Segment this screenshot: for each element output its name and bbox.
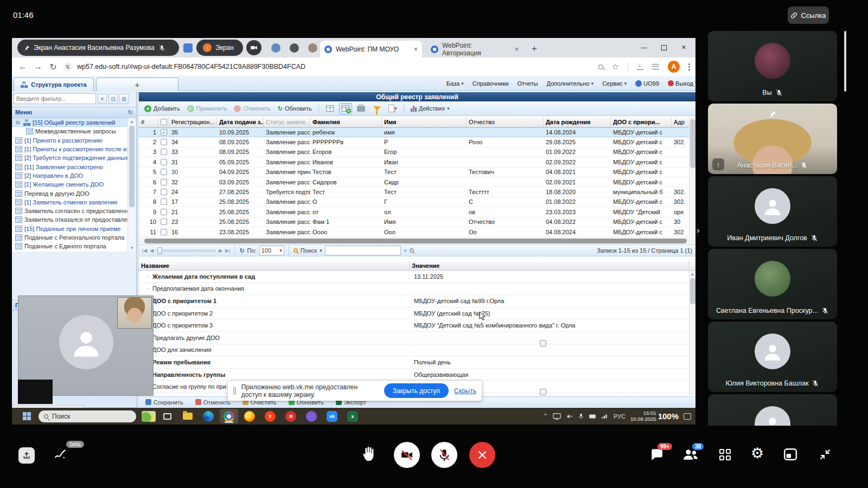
mic-off-button[interactable] xyxy=(431,442,457,468)
cancel-button[interactable]: Отменить xyxy=(232,104,272,113)
column-header[interactable]: ДОО с приори... xyxy=(611,117,672,127)
participant-tile[interactable]: ↑Анастасия Васил... xyxy=(708,104,837,174)
row-checkbox[interactable] xyxy=(161,179,167,185)
camera-off-button[interactable] xyxy=(394,442,420,468)
scroll-down-icon[interactable]: ▼ xyxy=(128,246,136,251)
browser-tab-active[interactable]: WebPoint: ПМ МОУО × xyxy=(320,41,422,57)
sidebar-item[interactable]: [1] Желающие сменить ДОО xyxy=(12,180,128,189)
row-checkbox[interactable] xyxy=(161,159,167,165)
site-info-icon[interactable]: ⇅ xyxy=(63,62,73,72)
widgets-icon[interactable] xyxy=(142,411,156,422)
layout-grid-button[interactable] xyxy=(719,449,731,460)
sidebar-item[interactable]: [1] Приняты к рассмотрению после изм xyxy=(12,145,128,153)
scroll-up-icon[interactable]: ▲ xyxy=(690,272,695,277)
language-indicator[interactable]: РУС xyxy=(614,413,626,420)
sidebar-item[interactable]: [15] Поданные при личном приеме xyxy=(12,224,128,233)
table-row[interactable]: 1✓3510.09.2025Заявление рассмребенокимя1… xyxy=(139,127,695,137)
row-checkbox[interactable] xyxy=(161,169,167,175)
new-tab-button[interactable]: + xyxy=(532,43,537,54)
row-checkbox[interactable] xyxy=(161,149,167,155)
reload-icon[interactable]: ↻ xyxy=(46,62,61,72)
sidebar-item[interactable]: Поданные с Регионального портала xyxy=(12,233,128,242)
detail-row[interactable]: –Направленность группыОбщеразвивающая xyxy=(139,369,689,381)
bookmark-star-icon[interactable]: ☆ xyxy=(612,62,619,72)
extension-icon[interactable] xyxy=(290,43,299,53)
participants-button[interactable]: 38 xyxy=(682,447,699,464)
exit-button[interactable]: Выход xyxy=(668,80,693,87)
next-page-icon[interactable]: ▶ xyxy=(219,248,222,253)
column-header[interactable]: Регистрацион... xyxy=(169,117,217,127)
collapse-tree-icon[interactable]: ⊟ xyxy=(108,94,118,104)
menubar-item[interactable]: Дополнительно▾ xyxy=(546,80,593,87)
draw-tool-button[interactable] xyxy=(53,447,67,464)
menubar-item[interactable]: Сервис▾ xyxy=(602,80,627,87)
table-row[interactable]: 43105.09.2025Заявление рассмИвановИван02… xyxy=(139,157,695,167)
task-view-icon[interactable] xyxy=(158,409,176,423)
table-row[interactable]: 33308.09.2025Заявление рассмЕгоровЕгор01… xyxy=(139,147,695,157)
profile-avatar[interactable]: A xyxy=(668,61,680,73)
export-button[interactable]: ▾ xyxy=(386,103,399,114)
forward-icon[interactable]: → xyxy=(30,62,46,72)
row-checkbox[interactable] xyxy=(161,209,167,215)
url-text[interactable]: wp57.edu-soft.ru/#wp-ui-default:FB064780… xyxy=(77,63,305,70)
scroll-thumb[interactable] xyxy=(129,126,135,207)
sidebar-item[interactable]: [1] Заявитель отменил заявление xyxy=(12,198,128,207)
detail-row[interactable]: –ДОО с приоритетом 1МБДОУ-детский сад №9… xyxy=(139,295,689,307)
view-detail-button[interactable]: + xyxy=(339,103,352,114)
screen-tab-pill[interactable]: ↑ Экран xyxy=(196,40,243,56)
user-menu[interactable]: UO99 xyxy=(635,80,659,87)
mic-tray-icon[interactable] xyxy=(578,413,584,420)
table-row[interactable]: 53004.09.2025Заявление приняТестовТестТе… xyxy=(139,168,695,177)
chat-button[interactable]: 99+ xyxy=(649,447,664,464)
notification-center-icon[interactable] xyxy=(684,413,691,420)
extension-icon[interactable] xyxy=(183,43,193,53)
sidebar-item[interactable]: Межведомственные запросы xyxy=(12,127,128,136)
expand-panel-chevron[interactable]: › xyxy=(697,225,700,236)
browser-menu-icon[interactable] xyxy=(688,66,690,68)
taskbar-search[interactable]: Поиск xyxy=(39,410,136,422)
grid-search-input[interactable] xyxy=(325,246,401,255)
grid-vertical-scrollbar[interactable] xyxy=(689,117,695,237)
table-row[interactable]: 111623.08.2025Заявление рассмОоооОооОо04… xyxy=(139,227,695,237)
hide-notification-link[interactable]: Скрыть xyxy=(454,387,476,395)
row-checkbox[interactable] xyxy=(161,139,167,145)
filter-button[interactable] xyxy=(371,103,384,114)
start-button[interactable] xyxy=(23,412,31,420)
sidebar-item[interactable]: Заявитель отказался от предоставленн xyxy=(12,215,128,224)
detail-row[interactable]: –Предлагать другие ДОО xyxy=(139,332,689,344)
screen-share-overlay-pill[interactable]: Экран Анастасия Васильевна Разумова xyxy=(17,40,179,56)
detail-checkbox[interactable] xyxy=(540,340,546,346)
search-menu-label[interactable]: Поиск xyxy=(301,247,317,254)
back-icon[interactable]: ← xyxy=(15,62,30,72)
downloads-icon[interactable] xyxy=(637,63,643,70)
column-header[interactable]: Статус заявле... xyxy=(264,117,310,127)
refresh-menu-icon[interactable]: ↻ xyxy=(128,109,133,116)
pager-refresh-icon[interactable]: ↻ xyxy=(239,247,244,254)
actions-button[interactable]: Действия▾ xyxy=(409,104,452,113)
detail-row[interactable]: –Режим пребыванияПолный день xyxy=(139,356,689,369)
detail-row[interactable]: –ДОО с приоритетом 2МБДОУ (детский сад №… xyxy=(139,307,689,320)
storage-icon[interactable] xyxy=(589,413,596,420)
last-page-icon[interactable]: ▶| xyxy=(225,248,230,253)
table-row[interactable]: 92125.08.2025Заявление рассмотолов23.03.… xyxy=(139,207,695,217)
tab-close-icon[interactable]: × xyxy=(514,45,519,53)
pip-button[interactable] xyxy=(783,448,797,463)
window-minimize-button[interactable] xyxy=(641,43,647,48)
sidebar-item[interactable]: [11] Заявление рассмотрено xyxy=(12,162,128,171)
clip-icon[interactable] xyxy=(302,409,321,423)
detail-checkbox[interactable] xyxy=(540,389,546,395)
clear-filter-icon[interactable]: × xyxy=(98,94,107,104)
row-checkbox[interactable] xyxy=(161,198,167,205)
detail-row[interactable]: –ДОО для зачисления xyxy=(139,344,689,357)
tab-project-structure[interactable]: Структура проекта xyxy=(14,78,94,91)
chrome-icon[interactable] xyxy=(220,409,238,423)
raise-hand-button[interactable] xyxy=(360,445,376,465)
add-button[interactable]: + Добавить xyxy=(142,104,182,113)
table-row[interactable]: 23408.09.2025Заявление рассмРРРРРРРвРРоо… xyxy=(139,137,695,147)
collapse-node-icon[interactable]: ⊟ xyxy=(16,120,21,125)
expand-tree-icon[interactable]: ⊞ xyxy=(119,94,129,104)
cast-icon[interactable] xyxy=(553,413,561,420)
participant-tile[interactable]: Светлана Евгеньевна Проскур... xyxy=(708,249,837,319)
extension-icon[interactable] xyxy=(308,43,317,53)
table-row[interactable]: 102325.08.2025Заявление рассмФам 1ИмяОтч… xyxy=(139,217,695,227)
